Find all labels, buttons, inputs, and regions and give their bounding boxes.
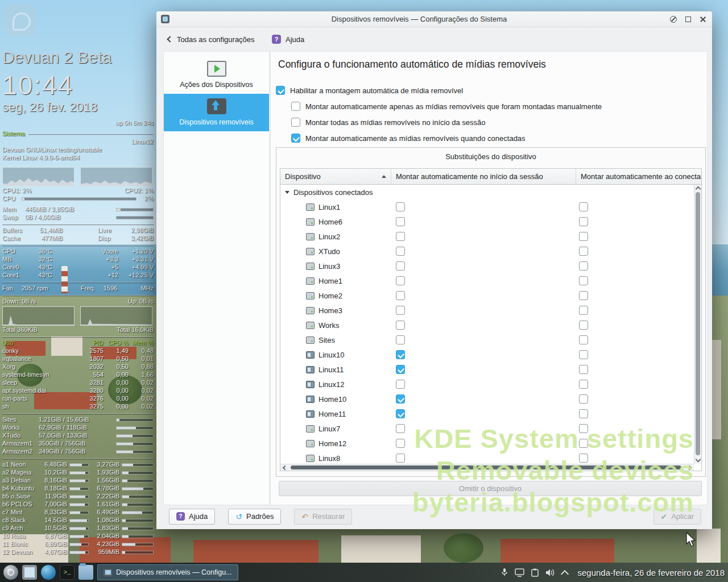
mount-on-login-checkbox[interactable] [396, 394, 405, 404]
reset-button[interactable]: ↶ Restaurar [294, 509, 352, 525]
file-manager-icon[interactable] [78, 565, 93, 580]
mount-on-login-checkbox[interactable] [396, 202, 405, 211]
table-row[interactable]: Linux1 [280, 199, 694, 214]
mount-on-login-checkbox[interactable] [396, 247, 405, 256]
mount-on-attach-checkbox[interactable] [579, 321, 588, 330]
table-row[interactable]: Home6 [280, 214, 694, 229]
mount-on-attach-checkbox[interactable] [579, 202, 588, 211]
mount-on-attach-checkbox[interactable] [579, 335, 588, 344]
table-row[interactable]: Linux12 [280, 377, 694, 392]
mount-on-login-checkbox[interactable] [396, 261, 405, 271]
option-checkbox[interactable] [276, 86, 285, 95]
mount-on-attach-checkbox[interactable] [579, 247, 588, 256]
expander-icon[interactable] [285, 191, 289, 194]
horizontal-scrollbar[interactable] [280, 464, 694, 471]
desktop-widget-icon[interactable] [3, 5, 36, 36]
mount-on-login-checkbox[interactable] [396, 424, 405, 433]
mount-on-attach-checkbox[interactable] [579, 306, 588, 315]
column-mount-attach[interactable]: Montar automaticamente ao conectar [576, 169, 701, 184]
mount-on-login-checkbox[interactable] [396, 335, 405, 344]
mount-on-attach-checkbox[interactable] [579, 291, 588, 300]
mount-on-login-checkbox[interactable] [396, 439, 405, 448]
scroll-down-icon[interactable] [696, 457, 701, 463]
column-device[interactable]: Dispositivo [280, 169, 391, 184]
application-menu-icon[interactable] [3, 565, 18, 580]
table-row[interactable]: Home10 [280, 392, 694, 406]
table-row[interactable]: Sites [280, 332, 694, 347]
clipboard-icon[interactable] [531, 568, 539, 577]
mount-on-login-checkbox[interactable] [396, 321, 405, 330]
minimize-button[interactable] [669, 15, 678, 24]
omit-device-button[interactable]: Omitir o dispositivo [279, 481, 702, 496]
table-row[interactable]: Home3 [280, 303, 694, 318]
defaults-button[interactable]: ↺ Padrões [228, 509, 281, 525]
table-row[interactable]: Home12 [280, 436, 694, 451]
taskbar-task-button[interactable]: Dispositivos removíveis — Configu... [97, 564, 238, 580]
mount-on-attach-checkbox[interactable] [579, 232, 588, 241]
table-row[interactable]: Linux7 [280, 421, 694, 436]
vertical-scroll-thumb[interactable] [696, 192, 700, 455]
mount-on-login-checkbox[interactable] [396, 306, 405, 315]
terminal-icon[interactable]: >_ [60, 565, 75, 580]
table-row[interactable]: XTudo [280, 244, 694, 259]
mount-on-login-checkbox[interactable] [396, 365, 405, 374]
mount-on-attach-checkbox[interactable] [579, 424, 588, 433]
mount-on-login-checkbox[interactable] [396, 380, 405, 389]
option-checkbox[interactable] [291, 118, 300, 127]
apply-button[interactable]: ✔ Aplicar [653, 509, 701, 525]
mount-on-attach-checkbox[interactable] [579, 217, 588, 226]
distro-row: b6 PCLOS 7,00GiB 1,61GiB [2, 501, 154, 508]
table-row[interactable]: Linux2 [280, 229, 694, 244]
mount-on-attach-checkbox[interactable] [579, 276, 588, 285]
volume-icon[interactable] [545, 568, 556, 577]
table-row[interactable]: Works [280, 318, 694, 332]
mount-on-attach-checkbox[interactable] [579, 261, 588, 271]
table-row[interactable]: Linux3 [280, 259, 694, 273]
close-button[interactable] [698, 15, 708, 24]
table-row[interactable]: Linux8 [280, 451, 694, 464]
mount-on-attach-checkbox[interactable] [579, 365, 588, 374]
maximize-button[interactable] [684, 15, 693, 24]
mount-on-login-checkbox[interactable] [396, 217, 405, 226]
show-desktop-icon[interactable] [22, 565, 37, 580]
mount-on-attach-checkbox[interactable] [579, 394, 588, 404]
device-icon [306, 425, 315, 433]
column-mount-login[interactable]: Montar automaticamente no início da sess… [391, 169, 576, 184]
table-row[interactable]: Linux10 [280, 347, 694, 362]
taskbar-clock[interactable]: segunda-feira, 26 de fevereiro de 2018 [577, 568, 725, 577]
distro-list: a1 Neon 6,48GiB 3,27GiB a2 Mageia 10,2Gi… [2, 461, 154, 556]
vertical-scrollbar[interactable] [694, 185, 701, 464]
web-browser-icon[interactable] [41, 565, 56, 580]
mount-on-login-checkbox[interactable] [396, 276, 405, 285]
table-row[interactable]: Home11 [280, 406, 694, 421]
help-button[interactable]: ? Ajuda [169, 509, 215, 525]
microphone-icon[interactable] [500, 568, 508, 577]
option-checkbox[interactable] [291, 102, 300, 111]
mount-on-login-checkbox[interactable] [396, 350, 405, 359]
mount-on-attach-checkbox[interactable] [579, 439, 588, 448]
table-row[interactable]: Home1 [280, 273, 694, 288]
mount-on-attach-checkbox[interactable] [579, 409, 588, 418]
sidebar-item[interactable]: Ações dos Dispositivos [164, 56, 269, 94]
table-row[interactable]: Home2 [280, 288, 694, 303]
sidebar-item[interactable]: Dispositivos removíveis [164, 94, 269, 131]
table-row[interactable]: Linux11 [280, 362, 694, 377]
scroll-up-icon[interactable] [696, 186, 701, 192]
mount-on-login-checkbox[interactable] [396, 232, 405, 241]
scroll-left-icon[interactable] [283, 465, 287, 470]
window-titlebar[interactable]: Dispositivos removíveis — Configurações … [156, 11, 712, 27]
mount-on-attach-checkbox[interactable] [579, 454, 588, 463]
mount-on-login-checkbox[interactable] [396, 409, 405, 418]
mount-on-login-checkbox[interactable] [396, 454, 405, 463]
scroll-right-icon[interactable] [687, 465, 692, 470]
toolbar-help-button[interactable]: ? Ajuda [268, 32, 308, 47]
tree-group-row[interactable]: Dispositivos conectados [280, 185, 694, 199]
horizontal-scroll-thumb[interactable] [291, 465, 681, 469]
mount-on-login-checkbox[interactable] [396, 291, 405, 300]
option-checkbox[interactable] [291, 134, 300, 143]
mount-on-attach-checkbox[interactable] [579, 350, 588, 359]
back-button[interactable]: Todas as configurações [164, 32, 258, 47]
mount-on-attach-checkbox[interactable] [579, 380, 588, 389]
display-icon[interactable] [515, 568, 524, 577]
tray-expander-icon[interactable] [561, 569, 569, 577]
